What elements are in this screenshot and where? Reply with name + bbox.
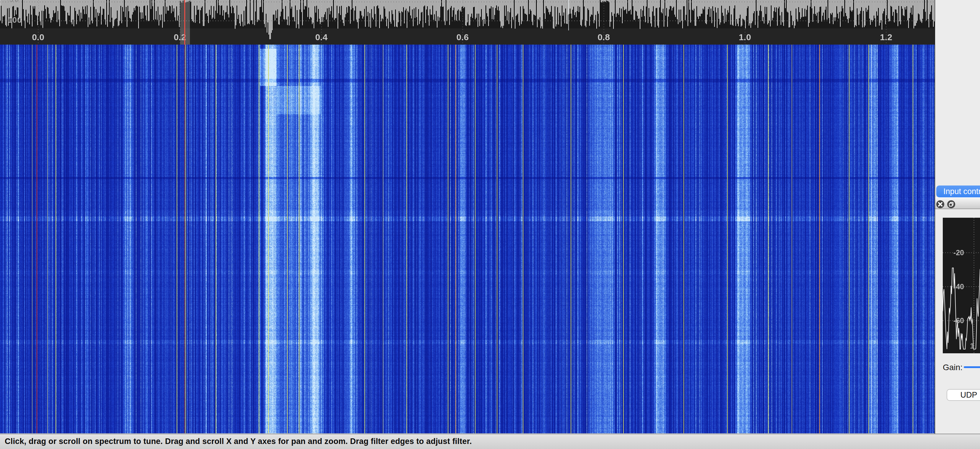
freq-axis-label: 0.4 [315, 32, 328, 42]
gain-slider[interactable] [964, 366, 980, 368]
freq-axis-label: 0.6 [456, 32, 469, 42]
freq-axis-label: 0.8 [598, 32, 610, 42]
udp-button[interactable]: UDP [947, 389, 980, 401]
float-window-button[interactable] [947, 200, 955, 208]
mini-spectrum-y-label: -20 [951, 249, 964, 256]
close-button[interactable] [936, 200, 944, 208]
freq-axis-label: 1.0 [739, 32, 751, 42]
power-axis-label: -100 [5, 16, 22, 24]
frequency-marker-line [568, 0, 569, 30]
freq-axis-label: 0.0 [32, 32, 44, 42]
tuned-frequency-line[interactable] [184, 0, 185, 45]
gain-control: Gain: [935, 363, 980, 374]
status-bar: Click, drag or scroll on spectrum to tun… [0, 434, 980, 449]
panel-toolbar [935, 197, 980, 209]
waterfall-display[interactable] [0, 45, 935, 433]
close-icon [936, 200, 944, 208]
mini-spectrum-container: 1 -20-40-60 [943, 218, 980, 353]
power-axis-label: -90 [6, 0, 19, 3]
frequency-axis[interactable]: 0.00.20.40.60.81.01.2 [0, 29, 935, 45]
float-window-icon [947, 200, 955, 208]
panel-tab-input-control[interactable]: Input contr [936, 186, 980, 197]
app-window: -90 -100 0.00.20.40.60.81.01.2 Input con… [0, 0, 980, 449]
mini-spectrum-y-label: -40 [951, 283, 964, 290]
gain-label: Gain: [943, 363, 963, 372]
mini-spectrum-x-label: 1 [970, 342, 974, 350]
mini-spectrum-y-label: -60 [951, 317, 964, 324]
status-text: Click, drag or scroll on spectrum to tun… [5, 437, 472, 446]
input-control-panel: Input contr 1 -20-40-60 Gain: UDP [934, 0, 980, 434]
freq-axis-label: 1.2 [880, 32, 892, 42]
